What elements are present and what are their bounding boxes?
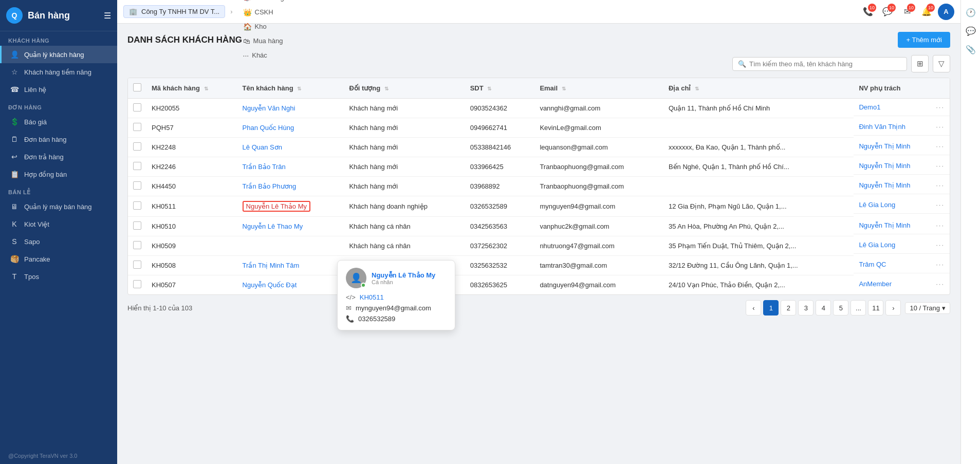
row-checkbox[interactable] [133,162,141,170]
row-actions-btn[interactable]: ··· [936,181,945,189]
header-checkbox[interactable] [128,78,146,99]
row-checkbox[interactable] [133,103,141,112]
sidebar-hamburger[interactable]: ☰ [104,11,111,21]
select-all-checkbox[interactable] [133,83,141,91]
sidebar-icon-pancake: 🥞 [10,255,19,263]
row-checkbox[interactable] [133,261,141,269]
nv-link[interactable]: Demo1 [859,103,880,111]
row-actions-btn[interactable]: ··· [936,221,945,229]
row-actions-btn[interactable]: ··· [936,123,945,131]
sort-ten-icon[interactable]: ⇅ [297,86,301,91]
sort-ma-icon[interactable]: ⇅ [204,86,208,91]
right-paperclip-icon[interactable]: 📎 [963,41,979,58]
row-checkbox[interactable] [133,221,141,230]
breadcrumb-text: Công Ty TNHH TM DV T... [141,8,219,15]
breadcrumb[interactable]: 🏢 Công Ty TNHH TM DV T... [123,5,225,18]
customer-name-link[interactable]: Phan Quốc Hùng [243,124,294,132]
col-header-doi-tuong: Đối tượng ⇅ [344,78,465,99]
chat-icon-btn[interactable]: 💬 10 [879,4,896,20]
sidebar-item-tpos[interactable]: T Tpos [0,268,117,285]
nv-link[interactable]: Nguyễn Thị Minh [859,181,910,189]
cell-nv: AnMember ··· [854,275,950,292]
popup-customer-name[interactable]: Nguyễn Lê Thảo My [372,271,435,279]
right-clock-icon[interactable]: 🕐 [963,4,979,21]
tab-cskh[interactable]: 👑 CSKH [236,5,291,20]
row-checkbox[interactable] [133,142,141,151]
phone-icon-btn[interactable]: 📞 10 [860,4,876,20]
sidebar-item-lien-he[interactable]: ☎ Liên hệ [0,81,117,98]
nv-link[interactable]: Lê Gia Long [859,241,895,249]
sidebar-item-pancake[interactable]: 🥞 Pancake [0,250,117,268]
customer-table: Mã khách hàng ⇅ Tên khách hàng ⇅ Đối tượ… [127,78,950,295]
row-actions-btn[interactable]: ··· [936,142,945,150]
sort-dia-chi-icon[interactable]: ⇅ [695,86,699,91]
customer-name-link[interactable]: Nguyễn Lê Thao My [243,222,303,230]
sidebar-item-hop-dong-ban[interactable]: 📋 Hợp đồng bán [0,165,117,183]
sidebar-item-bao-gia[interactable]: 💲 Báo giá [0,113,117,131]
sidebar-item-don-ban-hang[interactable]: 🗒 Đơn bán hàng [0,131,117,148]
nv-link[interactable]: AnMember [859,280,892,288]
page-button-4[interactable]: 4 [816,300,831,315]
popup-phone-icon: 📞 [346,315,354,323]
sort-sdt-icon[interactable]: ⇅ [487,86,491,91]
sort-email-icon[interactable]: ⇅ [562,86,566,91]
next-page-button[interactable]: › [885,300,901,315]
search-input[interactable] [749,60,901,68]
row-checkbox[interactable] [133,241,141,249]
row-actions-btn[interactable]: ··· [936,103,945,111]
sidebar-item-may-ban-hang[interactable]: 🖥 Quản lý máy bán hàng [0,198,117,215]
sort-doi-tuong-icon[interactable]: ⇅ [384,86,389,91]
per-page-selector[interactable]: 10 / Trang ▾ [905,302,950,314]
nv-link[interactable]: Đinh Văn Thịnh [859,123,905,131]
row-actions-btn[interactable]: ··· [936,241,945,249]
prev-page-button[interactable]: ‹ [746,300,761,315]
row-checkbox[interactable] [133,181,141,190]
page-button-3[interactable]: 3 [798,300,813,315]
customer-name-link[interactable]: Nguyễn Lê Thảo My [243,201,310,212]
bell-icon-btn[interactable]: 🔔 10 [918,4,935,20]
row-checkbox[interactable] [133,123,141,131]
sidebar-item-sapo[interactable]: S Sapo [0,233,117,250]
row-checkbox[interactable] [133,201,141,210]
sidebar-item-quan-ly-khach-hang[interactable]: 👤 Quản lý khách hàng [0,46,117,63]
add-new-button[interactable]: + Thêm mới [898,32,950,48]
customer-name-link[interactable]: Trần Thị Minh Tâm [243,262,300,269]
nv-link[interactable]: Trâm QC [859,261,886,268]
filter-button[interactable]: ▽ [933,55,950,72]
customer-name-link[interactable]: Nguyễn Văn Nghi [243,104,295,112]
right-comment-icon[interactable]: 💬 [963,23,979,39]
page-button-1[interactable]: 1 [763,300,779,315]
search-icon: 🔍 [738,60,746,68]
page-button-5[interactable]: 5 [833,300,848,315]
sidebar-logo: Q [6,7,23,24]
row-actions-btn[interactable]: ··· [936,162,945,170]
customer-name-link[interactable]: Nguyễn Quốc Đạt [243,281,297,289]
popup-customer-code[interactable]: KH0511 [360,293,384,301]
row-checkbox[interactable] [133,280,141,288]
customer-name-link[interactable]: Trần Bảo Trân [243,163,286,171]
row-actions-btn[interactable]: ··· [936,261,945,268]
sidebar-item-label-bao-gia: Báo giá [24,118,47,126]
page-button-11[interactable]: 11 [868,300,883,315]
cell-ma: KH20055 [146,99,237,118]
building-icon: 🏢 [129,8,137,15]
filter-settings-button[interactable]: ⊞ [911,55,929,72]
customer-name-link[interactable]: Lê Quan Sơn [243,143,282,151]
tab-marketing[interactable]: 📣 Marketing [236,0,291,5]
row-actions-btn[interactable]: ··· [936,280,945,288]
row-actions-btn[interactable]: ··· [936,201,945,209]
sidebar-item-don-tra-hang[interactable]: ↩ Đơn trả hàng [0,148,117,165]
page-button-2[interactable]: 2 [781,300,796,315]
mail-icon-btn[interactable]: ✉ 10 [899,4,915,20]
nv-link[interactable]: Nguyễn Thị Minh [859,221,910,229]
nv-link[interactable]: Nguyễn Thị Minh [859,142,910,150]
cell-ten: Lê Quan Sơn [237,138,344,157]
customer-name-link[interactable]: Trần Bảo Phương [243,182,297,190]
user-avatar[interactable]: A [938,4,954,20]
sidebar-item-khach-hang-tiem-nang[interactable]: ☆ Khách hàng tiềm năng [0,63,117,81]
sidebar-item-kiot-viet[interactable]: K Kiot Việt [0,215,117,233]
nv-link[interactable]: Nguyễn Thị Minh [859,162,910,170]
cell-nv: Đinh Văn Thịnh ··· [854,118,950,136]
table-body: KH20055 Nguyễn Văn Nghi Khách hàng mới 0… [128,99,950,295]
nv-link[interactable]: Lê Gia Long [859,201,895,209]
